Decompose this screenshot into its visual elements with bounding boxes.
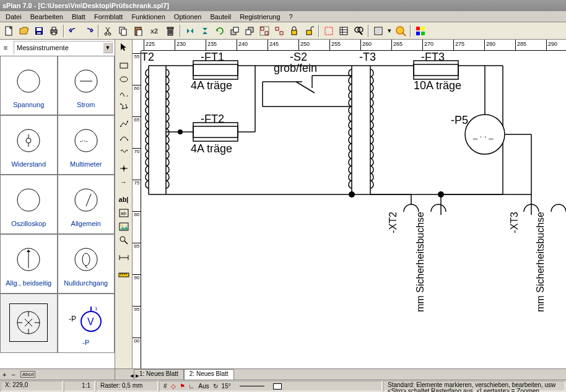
palette-zoom-in-icon[interactable]: + (2, 371, 6, 378)
svg-rect-44 (421, 27, 425, 30)
color-tool-button[interactable] (414, 24, 427, 38)
group-button[interactable] (258, 24, 271, 38)
search-button[interactable] (352, 24, 365, 38)
text-tool[interactable]: ab| (117, 193, 131, 206)
rotate-button[interactable] (213, 24, 227, 38)
svg-text:V: V (87, 316, 94, 327)
mirror-v-button[interactable] (198, 24, 212, 38)
library-expand-button[interactable]: ≡ (0, 42, 11, 53)
sch-label-xt3-sub: mm Sicherheitsbuchse (535, 212, 546, 312)
unlock-button[interactable] (302, 24, 316, 38)
schematic-svg: _ . . _ (141, 51, 566, 368)
palette-item-widerstand[interactable]: Widerstand (0, 115, 58, 175)
horizontal-ruler: 2252302352402452502552602652702752802852… (141, 40, 566, 51)
rotate-angle-icon[interactable]: ↻ (213, 383, 218, 390)
image-tool[interactable] (117, 220, 131, 233)
svg-rect-22 (261, 27, 264, 30)
copy-button[interactable] (116, 24, 130, 38)
palette-zoom-out-icon[interactable]: − (11, 371, 15, 378)
save-button[interactable] (32, 24, 46, 38)
svg-rect-21 (246, 30, 251, 35)
line-tool[interactable] (117, 118, 131, 130)
bezier-tool[interactable] (117, 131, 131, 144)
node-tool[interactable] (117, 162, 131, 175)
freehand-tool[interactable] (117, 145, 131, 157)
palette-label-toggle[interactable]: Abcd (20, 371, 35, 378)
palette-item-nulldurchgang[interactable]: Nulldurchgang (58, 234, 115, 294)
measure-tool[interactable] (117, 269, 131, 281)
palette-item-selected[interactable] (0, 294, 58, 353)
palette-item-strom[interactable]: Strom (58, 56, 115, 115)
menu-options[interactable]: Optionen (170, 13, 206, 20)
menu-help[interactable]: ? (285, 13, 297, 20)
palette-item-voltmeter[interactable]: V1-P -P (58, 294, 115, 353)
svg-point-50 (17, 129, 40, 152)
vertical-ruler: 55606570758085909500 (133, 51, 141, 368)
svg-text:1: 1 (95, 306, 98, 311)
open-file-button[interactable] (17, 24, 31, 38)
ellipse-tool[interactable] (117, 73, 131, 85)
redo-button[interactable] (82, 24, 95, 38)
flag-icon[interactable]: ⚑ (180, 383, 185, 390)
sheet-tab-2[interactable]: 2: Neues Blatt (184, 369, 234, 380)
duplicate-button[interactable]: x2 (146, 24, 162, 38)
palette-item-allgemein[interactable]: Allgemein (58, 175, 115, 234)
dimension-tool[interactable] (117, 251, 131, 264)
zoom-tool[interactable] (117, 234, 131, 246)
menu-file[interactable]: Datei (1, 13, 26, 20)
fillcolor-preview[interactable] (273, 383, 282, 390)
sheet-tab-1[interactable]: 1: Neues Blatt (134, 369, 184, 380)
menu-functions[interactable]: Funktionen (127, 13, 169, 20)
angle-icon[interactable]: ∟ (189, 383, 195, 390)
lock-button[interactable] (287, 24, 301, 38)
special-shape-tool[interactable] (117, 87, 131, 99)
menu-formsheet[interactable]: Formblatt (90, 13, 127, 20)
linestyle-preview[interactable] (240, 386, 264, 386)
svg-point-62 (82, 253, 90, 266)
textframe-tool[interactable]: ab (117, 207, 131, 219)
palette-item-spannung[interactable]: Spannung (0, 56, 58, 115)
menu-sheet[interactable]: Blatt (67, 13, 90, 20)
status-bar: X: 229,0 Y: 80,5 1:1 mm Raster: 0,5 mm Z… (0, 380, 566, 392)
polygon-tool[interactable] (117, 100, 131, 113)
status-coords: X: 229,0 Y: 80,5 (1, 381, 63, 391)
components-list-button[interactable] (337, 24, 350, 38)
sch-label-ft3-rating: 10A träge (414, 79, 461, 92)
menu-edit[interactable]: Bearbeiten (26, 13, 67, 20)
delete-button[interactable] (163, 24, 177, 38)
menu-registration[interactable]: Registrierung (235, 13, 284, 20)
select-area-button[interactable] (322, 24, 336, 38)
cut-button[interactable] (102, 24, 115, 38)
svg-rect-43 (416, 27, 420, 30)
palette-item-multimeter[interactable]: -··- Multimeter (58, 115, 115, 175)
palette-item-allg-beidseitig[interactable]: Allg., beidseitig (0, 234, 58, 294)
new-file-button[interactable] (2, 24, 16, 38)
print-button[interactable] (47, 24, 61, 38)
grid-icon[interactable]: # (163, 383, 167, 390)
arrow-tool[interactable]: → (117, 176, 131, 188)
dropdown-arrow-icon: ▼ (103, 42, 113, 53)
component-palette: Spannung Strom Widerstand -··- Multimete… (0, 56, 115, 368)
sheet-nav-icon[interactable]: ◂ ▸ (130, 372, 139, 380)
pointer-tool[interactable] (117, 41, 131, 53)
netlist-button[interactable] (372, 24, 385, 38)
svg-rect-2 (37, 28, 41, 31)
magnify-button[interactable] (394, 24, 407, 38)
ungroup-button[interactable] (272, 24, 286, 38)
bring-front-button[interactable] (228, 24, 242, 38)
rectangle-tool[interactable] (117, 59, 131, 72)
netlist-dropdown[interactable]: ▾ (386, 24, 393, 38)
palette-item-oszilloskop[interactable]: Oszilloskop (0, 175, 58, 234)
library-category-dropdown[interactable]: Messinstrumente ▼ (14, 41, 113, 54)
paste-button[interactable] (131, 24, 145, 38)
snap-icon[interactable]: ◇ (171, 383, 176, 390)
sch-label-ft1: -FT1 (201, 51, 224, 64)
drawing-canvas[interactable]: 2252302352402452502552602652702752802852… (133, 40, 566, 368)
menu-component[interactable]: Bauteil (206, 13, 235, 20)
send-back-button[interactable] (243, 24, 256, 38)
svg-point-51 (26, 138, 31, 143)
undo-button[interactable] (67, 24, 81, 38)
mirror-h-button[interactable] (183, 24, 197, 38)
sch-label-ft3: -FT3 (421, 51, 445, 64)
status-help: Standard: Elemente markieren, verschiebe… (383, 381, 565, 391)
